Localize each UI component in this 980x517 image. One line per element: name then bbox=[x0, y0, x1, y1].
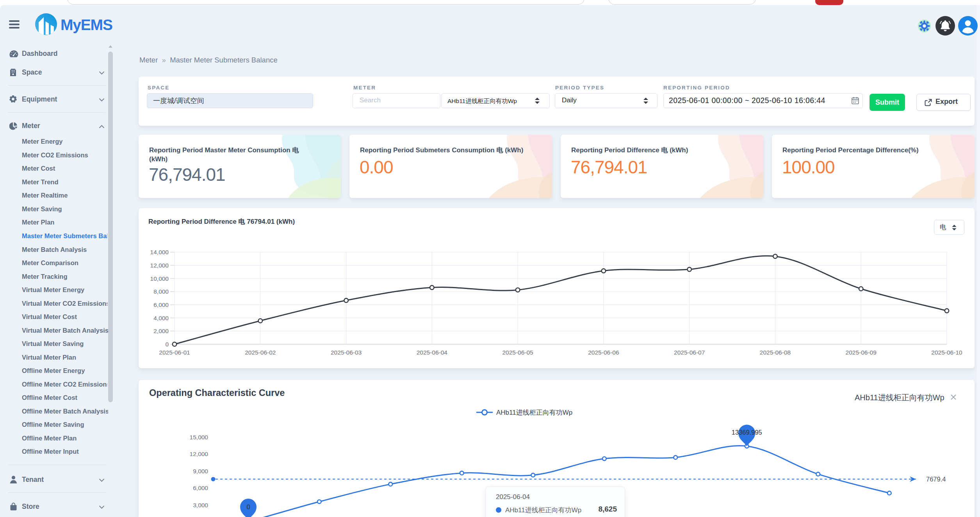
svg-text:2025-06-01: 2025-06-01 bbox=[159, 349, 190, 356]
svg-text:2025-06-08: 2025-06-08 bbox=[760, 349, 791, 356]
svg-text:2025-06-04: 2025-06-04 bbox=[417, 349, 448, 356]
svg-text:10,000: 10,000 bbox=[150, 275, 169, 282]
svg-text:6,000: 6,000 bbox=[193, 485, 208, 491]
svg-text:9,000: 9,000 bbox=[193, 468, 208, 474]
svg-text:15,000: 15,000 bbox=[190, 434, 208, 440]
svg-text:13369.995: 13369.995 bbox=[732, 429, 762, 436]
svg-text:12,000: 12,000 bbox=[190, 451, 208, 457]
svg-text:2,000: 2,000 bbox=[153, 328, 169, 334]
svg-text:0: 0 bbox=[165, 341, 169, 348]
svg-text:2025-06-02: 2025-06-02 bbox=[245, 349, 276, 356]
svg-text:2025-06-05: 2025-06-05 bbox=[502, 349, 533, 356]
svg-text:8,000: 8,000 bbox=[153, 288, 169, 295]
svg-text:7679.4: 7679.4 bbox=[926, 476, 946, 483]
svg-text:0: 0 bbox=[246, 503, 250, 510]
svg-text:6,000: 6,000 bbox=[153, 301, 169, 308]
svg-text:2025-06-07: 2025-06-07 bbox=[674, 349, 705, 356]
svg-text:12,000: 12,000 bbox=[150, 262, 169, 269]
svg-text:2025-06-03: 2025-06-03 bbox=[331, 349, 362, 356]
svg-text:14,000: 14,000 bbox=[150, 249, 169, 255]
svg-text:3,000: 3,000 bbox=[193, 502, 208, 508]
svg-text:2025-06-06: 2025-06-06 bbox=[588, 349, 619, 356]
svg-text:AHb11进线柜正向有功Wp: AHb11进线柜正向有功Wp bbox=[496, 409, 572, 416]
svg-text:2025-06-09: 2025-06-09 bbox=[846, 349, 877, 356]
svg-text:2025-06-10: 2025-06-10 bbox=[931, 349, 962, 356]
svg-text:4,000: 4,000 bbox=[153, 315, 169, 321]
